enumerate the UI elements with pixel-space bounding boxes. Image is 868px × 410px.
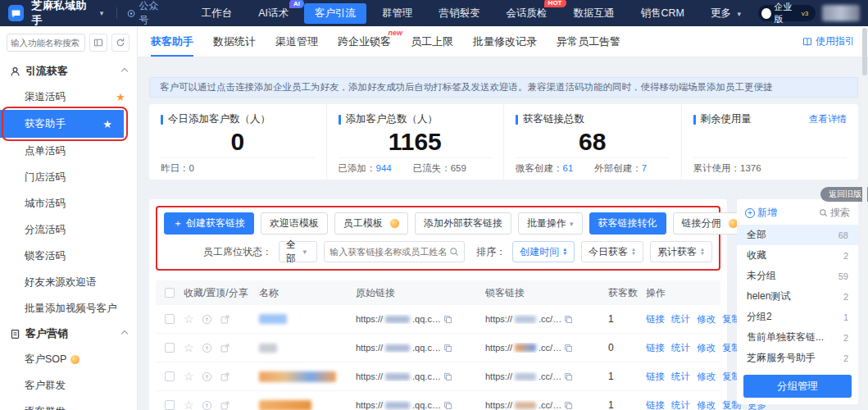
sidebar-item-lead-assistant[interactable]: 获客助手 ★ [0, 110, 124, 138]
share-icon[interactable] [220, 343, 230, 353]
edition-badge[interactable]: 企业版v3 [758, 5, 816, 21]
copy-icon[interactable] [443, 315, 452, 324]
search-icon[interactable] [449, 247, 459, 257]
nav-item-chat-qc[interactable]: 会话质检HOT [496, 3, 558, 24]
sidebar-item-lock-code[interactable]: 锁客活码 [0, 243, 137, 269]
sidebar-section-marketing[interactable]: 客户营销 [0, 321, 137, 346]
scrollbar-thumb[interactable] [862, 28, 867, 75]
op-stats[interactable]: 统计 [671, 342, 690, 354]
avatar[interactable] [822, 5, 860, 21]
tab-staff-limit[interactable]: 员工上限 [411, 26, 453, 57]
nav-item-data-exchange[interactable]: 数据互通 [563, 3, 625, 24]
tab-data-stats[interactable]: 数据统计 [213, 26, 256, 57]
op-link[interactable]: 链接 [646, 399, 665, 410]
link-conversion-button[interactable]: 获客链接转化 [589, 212, 666, 235]
favorite-star-icon[interactable]: ☆ [184, 399, 194, 410]
op-edit[interactable]: 修改 [697, 399, 716, 410]
copy-icon[interactable] [443, 401, 452, 410]
tab-cross-enterprise-lock[interactable]: 跨企业锁客new [338, 26, 391, 57]
group-item-group2[interactable]: 分组21 [737, 307, 858, 327]
sidebar-item-friend-source-welcome[interactable]: 好友来源欢迎语 [0, 269, 137, 295]
op-link[interactable]: 链接 [646, 342, 665, 354]
nav-item-ai-script[interactable]: AI话术AI [248, 3, 299, 24]
op-stats[interactable]: 统计 [671, 399, 690, 410]
favorite-star-icon[interactable]: ☆ [184, 341, 194, 354]
public-account-link[interactable]: 公众号 [127, 0, 166, 27]
group-search-button[interactable]: 搜索 [819, 206, 850, 220]
pin-top-icon[interactable] [202, 400, 212, 410]
staff-template-button[interactable]: 员工模板 [334, 212, 408, 235]
op-link[interactable]: 链接 [646, 313, 665, 326]
op-edit[interactable]: 修改 [697, 371, 716, 383]
sort-total-leads[interactable]: 累计获客▲▼ [650, 241, 712, 262]
sidebar-item-channel-code[interactable]: 渠道活码 ★ [0, 84, 137, 110]
nav-item-more[interactable]: 更多 ▾ [700, 3, 755, 24]
sidebar-search-input[interactable] [7, 34, 85, 52]
op-edit[interactable]: 修改 [697, 313, 716, 326]
row-checkbox[interactable] [165, 371, 175, 381]
seat-status-select[interactable]: 全部▾ [279, 241, 317, 262]
back-to-old-version-tag[interactable]: 返回旧版 [820, 187, 868, 202]
group-item-presale-links[interactable]: 售前单独获客链...2 [737, 327, 858, 348]
sort-create-time[interactable]: 创建时间▲▼ [512, 241, 575, 262]
sidebar-item-customer-sop[interactable]: 客户SOP [0, 346, 137, 372]
pin-top-icon[interactable] [202, 314, 212, 325]
tab-abnormal-staff-alert[interactable]: 异常员工告警 [557, 26, 620, 57]
row-checkbox[interactable] [165, 314, 175, 324]
tab-batch-modify-records[interactable]: 批量修改记录 [473, 26, 537, 57]
op-edit[interactable]: 修改 [697, 342, 716, 354]
tab-channel-mgmt[interactable]: 渠道管理 [275, 26, 318, 57]
welcome-template-button[interactable]: 欢迎语模板 [261, 212, 328, 235]
copy-icon[interactable] [564, 401, 573, 410]
refresh-button[interactable] [111, 34, 130, 52]
group-item-all[interactable]: 全部68 [737, 225, 858, 245]
share-icon[interactable] [220, 371, 230, 382]
row-checkbox[interactable] [165, 343, 175, 353]
add-group-button[interactable]: +新增 [745, 206, 777, 220]
collapse-panel-button[interactable] [89, 34, 107, 52]
view-details-link[interactable]: 查看详情 [809, 113, 847, 125]
group-item-helen-test[interactable]: helen测试2 [737, 286, 858, 307]
sort-today-leads[interactable]: 今日获客▲▼ [581, 241, 643, 262]
copy-icon[interactable] [443, 344, 452, 353]
sidebar-item-city-code[interactable]: 城市活码 [0, 190, 137, 216]
op-stats[interactable]: 统计 [671, 371, 690, 383]
sidebar-item-batch-video-customer[interactable]: 批量添加视频号客户 [0, 295, 137, 321]
group-item-zhima-service[interactable]: 芝麻服务号助手2 [737, 348, 858, 368]
nav-item-workbench[interactable]: 工作台 [191, 3, 243, 24]
sidebar-item-customer-mass-send[interactable]: 客户群发 [0, 372, 137, 399]
favorite-star-icon[interactable]: ★ [116, 91, 125, 103]
pin-top-icon[interactable] [202, 371, 212, 382]
create-lead-link-button[interactable]: ＋创建获客链接 [164, 212, 254, 235]
op-stats[interactable]: 统计 [671, 313, 690, 326]
sidebar-section-acquisition[interactable]: 引流获客 [0, 59, 137, 84]
add-external-link-button[interactable]: 添加外部获客链接 [415, 212, 511, 235]
usage-guide-link[interactable]: 使用指引 [802, 34, 855, 48]
page-scrollbar[interactable] [862, 28, 867, 408]
tab-lead-assistant[interactable]: 获客助手 [151, 26, 193, 57]
op-link[interactable]: 链接 [646, 371, 665, 383]
share-icon[interactable] [220, 400, 230, 410]
nav-item-marketing-fission[interactable]: 营销裂变 [429, 3, 491, 24]
copy-icon[interactable] [443, 372, 452, 381]
copy-icon[interactable] [564, 315, 573, 324]
link-search-input[interactable] [329, 247, 446, 257]
nav-item-group-mgmt[interactable]: 群管理 [371, 3, 424, 24]
share-icon[interactable] [220, 314, 230, 325]
copy-icon[interactable] [564, 372, 573, 381]
link-commission-button[interactable]: 链接分佣 [673, 212, 747, 235]
sidebar-item-chase-mass-send[interactable]: 逐客群发 [0, 399, 137, 410]
copy-icon[interactable] [564, 344, 573, 353]
nav-item-sales-crm[interactable]: 销售CRM [630, 3, 695, 24]
group-manage-button[interactable]: 分组管理 [743, 375, 852, 398]
chevron-down-icon[interactable]: ▾ [100, 9, 104, 17]
group-item-ungrouped[interactable]: 未分组59 [737, 266, 858, 286]
batch-operation-button[interactable]: 批量操作▾ [518, 212, 583, 235]
select-all-checkbox[interactable] [165, 288, 175, 298]
sidebar-item-store-code[interactable]: 门店活码 [0, 164, 137, 190]
favorite-star-icon[interactable]: ★ [102, 118, 112, 130]
group-item-favorites[interactable]: 收藏2 [737, 245, 858, 266]
sidebar-item-order-code[interactable]: 点单活码 [0, 138, 137, 164]
favorite-star-icon[interactable]: ☆ [184, 370, 194, 383]
nav-item-customer-acquisition[interactable]: 客户引流 [304, 3, 366, 24]
